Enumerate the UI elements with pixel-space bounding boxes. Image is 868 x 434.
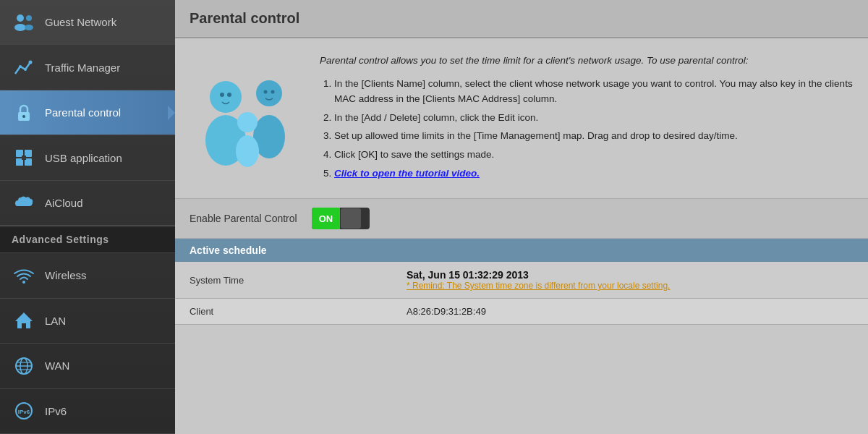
tutorial-link[interactable]: Click to open the tutorial video.	[334, 168, 480, 179]
home-icon	[12, 308, 36, 333]
svg-point-6	[24, 68, 27, 71]
toggle-knob	[341, 208, 361, 229]
svg-point-32	[271, 90, 275, 93]
svg-point-4	[29, 61, 33, 64]
svg-point-25	[256, 80, 282, 106]
sidebar-item-ipv6[interactable]: IPv6 IPv6	[0, 389, 175, 434]
svg-point-3	[25, 25, 33, 30]
sidebar-item-usb-application[interactable]: USB application	[0, 135, 175, 180]
client-label: Client	[190, 306, 407, 317]
sidebar-item-wan[interactable]: WAN	[0, 344, 175, 388]
schedule-row-client: Client A8:26:D9:31:2B:49	[175, 299, 868, 325]
lock-icon	[12, 101, 36, 125]
instruction-item-5: Click to open the tutorial video.	[334, 166, 854, 182]
svg-point-29	[220, 93, 224, 97]
enable-parental-control-label: Enable Parental Control	[190, 213, 297, 224]
globe-icon	[12, 354, 36, 378]
svg-point-28	[236, 135, 259, 167]
page-title-bar: Parental control	[175, 0, 868, 38]
svg-text:IPv6: IPv6	[18, 409, 30, 415]
instruction-list: In the [Clients Name] column, select the…	[320, 76, 854, 182]
instruction-item-2: In the [Add / Delete] column, click the …	[334, 110, 854, 126]
sidebar-item-parental-control[interactable]: Parental control	[0, 90, 175, 135]
chart-icon	[12, 55, 36, 80]
sidebar-item-ipv6-label: IPv6	[45, 405, 67, 417]
wifi-icon	[12, 263, 36, 288]
svg-point-8	[22, 115, 25, 118]
cloud-icon	[12, 190, 36, 215]
instruction-item-4: Click [OK] to save the settings made.	[334, 147, 854, 163]
instructions: Parental control allows you to set the t…	[320, 53, 854, 184]
sidebar-item-guest-network[interactable]: Guest Network	[0, 0, 175, 45]
sidebar-item-lan[interactable]: LAN	[0, 299, 175, 344]
client-value: A8:26:D9:31:2B:49	[407, 306, 854, 317]
svg-point-0	[17, 14, 24, 22]
sidebar-item-traffic-manager[interactable]: Traffic Manager	[0, 45, 175, 90]
svg-point-1	[14, 24, 26, 31]
parental-control-toggle[interactable]: ON	[312, 208, 370, 229]
sidebar-item-wireless-label: Wireless	[45, 269, 87, 281]
sidebar-item-wan-label: WAN	[45, 359, 69, 372]
instruction-item-1: In the [Clients Name] column, select the…	[334, 76, 854, 107]
sidebar-item-wireless[interactable]: Wireless	[0, 253, 175, 298]
instruction-item-3: Set up allowed time limits in the [Time …	[334, 128, 854, 144]
schedule-section: Active schedule System Time Sat, Jun 15 …	[175, 239, 868, 325]
ipv6-icon: IPv6	[12, 399, 36, 423]
system-time-value: Sat, Jun 15 01:32:29 2013	[407, 269, 670, 281]
svg-point-30	[227, 93, 231, 97]
svg-point-14	[22, 281, 25, 284]
people-icon	[12, 10, 36, 35]
intro-text: Parental control allows you to set the t…	[320, 53, 854, 69]
svg-point-31	[264, 90, 268, 93]
svg-point-23	[210, 81, 242, 113]
sidebar-item-aicloud[interactable]: AiCloud	[0, 181, 175, 226]
info-section: Parental control allows you to set the t…	[175, 38, 868, 198]
svg-marker-15	[15, 312, 33, 328]
system-time-reminder[interactable]: * Remind: The System time zone is differ…	[407, 281, 670, 291]
system-time-value-container: Sat, Jun 15 01:32:29 2013 * Remind: The …	[407, 269, 670, 291]
puzzle-icon	[12, 145, 36, 170]
sidebar: Guest Network Traffic Manager Parental c…	[0, 0, 175, 434]
svg-point-5	[19, 65, 22, 68]
main-content: Parental control	[175, 0, 868, 434]
toggle-on-label: ON	[312, 208, 341, 229]
sidebar-item-guest-network-label: Guest Network	[45, 16, 116, 28]
family-illustration	[190, 53, 305, 184]
svg-point-27	[237, 112, 258, 132]
svg-rect-13	[22, 156, 26, 160]
advanced-settings-header: Advanced Settings	[0, 226, 175, 253]
schedule-header: Active schedule	[175, 239, 868, 262]
content-area: Parental control allows you to set the t…	[175, 38, 868, 434]
system-time-label: System Time	[190, 275, 407, 286]
sidebar-item-aicloud-label: AiCloud	[45, 197, 83, 209]
schedule-row-system-time: System Time Sat, Jun 15 01:32:29 2013 * …	[175, 262, 868, 299]
sidebar-item-parental-control-label: Parental control	[45, 106, 121, 119]
page-title: Parental control	[190, 10, 854, 27]
sidebar-item-lan-label: LAN	[45, 315, 66, 327]
sidebar-item-usb-application-label: USB application	[45, 152, 122, 164]
svg-point-2	[26, 15, 32, 21]
toggle-row: Enable Parental Control ON	[175, 198, 868, 239]
sidebar-item-traffic-manager-label: Traffic Manager	[45, 61, 120, 74]
